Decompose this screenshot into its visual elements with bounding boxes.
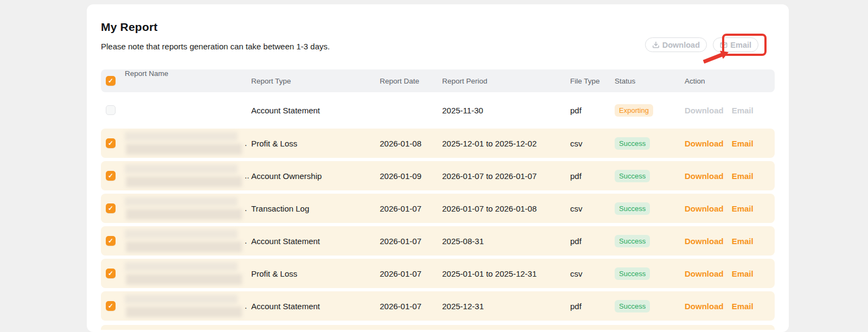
redacted-report-name <box>126 144 242 155</box>
table-row: ✓.Profit & Loss2026-01-082025-12-01 to 2… <box>101 129 775 158</box>
download-button[interactable]: Download <box>645 37 707 52</box>
download-link[interactable]: Download <box>685 139 724 148</box>
report-period-cell: 2025-12-01 to 2025-12-02 <box>442 139 570 148</box>
status-badge: Success <box>615 137 650 150</box>
action-cell: DownloadEmail <box>685 237 775 246</box>
report-name-cell: . <box>125 226 251 256</box>
report-type-cell: Account Ownership <box>251 171 380 181</box>
checkbox-cell: ✓ <box>101 203 125 213</box>
report-name-cell: . <box>125 194 251 223</box>
report-period-cell: 2025-08-31 <box>442 237 570 246</box>
file-type-cell: pdf <box>570 106 615 115</box>
email-link[interactable]: Email <box>732 237 754 246</box>
report-type-cell: Account Statement <box>251 237 380 246</box>
report-period-cell: 2025-12-31 <box>442 302 570 311</box>
report-date-cell: 2026-01-07 <box>380 237 442 246</box>
email-link[interactable]: Email <box>732 302 754 311</box>
report-type-cell: Profit & Loss <box>251 139 380 148</box>
header-report-name: Report Name <box>125 69 251 92</box>
row-checkbox[interactable]: ✓ <box>106 236 116 246</box>
report-date-cell: 2026-01-07 <box>380 269 442 278</box>
action-cell: DownloadEmail <box>685 269 775 278</box>
report-name-ellipsis: . <box>245 301 247 310</box>
email-icon <box>720 41 727 49</box>
table-header-row: ✓ Report Name Report Type Report Date Re… <box>101 69 775 92</box>
redacted-report-name <box>126 176 242 187</box>
report-type-cell: Account Statement <box>251 302 380 311</box>
checkbox-cell: ✓ <box>101 138 125 148</box>
action-cell: DownloadEmail <box>685 204 775 213</box>
row-checkbox[interactable]: ✓ <box>106 171 116 181</box>
file-type-cell: pdf <box>570 302 615 311</box>
row-checkbox[interactable]: ✓ <box>106 301 116 311</box>
header-status: Status <box>615 77 685 85</box>
file-type-cell: csv <box>570 139 615 148</box>
status-cell: Success <box>615 170 685 182</box>
redacted-report-name <box>126 307 242 317</box>
checkbox-cell: ✓ <box>101 236 125 246</box>
email-button[interactable]: Email <box>713 37 758 52</box>
email-link: Email <box>732 106 754 115</box>
status-badge: Exporting <box>615 104 653 117</box>
header-action: Action <box>685 77 775 85</box>
email-button-label: Email <box>730 41 751 49</box>
status-cell: Success <box>615 137 685 150</box>
redacted-report-name <box>125 295 238 304</box>
report-type-cell: Account Statement <box>251 106 380 115</box>
redacted-report-name <box>125 229 238 239</box>
redacted-report-name <box>126 241 242 252</box>
report-name-cell: . <box>125 291 251 321</box>
select-all-checkbox[interactable]: ✓ <box>106 76 116 86</box>
row-checkbox[interactable] <box>106 105 116 115</box>
row-checkbox[interactable]: ✓ <box>106 269 116 278</box>
report-name-ellipsis: . <box>245 138 247 148</box>
checkbox-cell: ✓ <box>101 301 125 311</box>
table-row: Account Statement2025-11-30pdfExportingD… <box>101 92 775 128</box>
download-link[interactable]: Download <box>685 237 724 246</box>
download-icon <box>652 41 660 49</box>
reports-table: ✓ Report Name Report Type Report Date Re… <box>101 69 775 330</box>
report-date-cell: 2026-01-07 <box>380 302 442 311</box>
email-link[interactable]: Email <box>732 171 754 181</box>
report-name-ellipsis: .. <box>245 171 249 180</box>
report-period-cell: 2026-01-07 to 2026-01-07 <box>442 171 570 181</box>
table-row: ✓Profit & Loss2026-01-072025-01-01 to 20… <box>101 259 775 288</box>
checkbox-cell <box>101 105 125 115</box>
download-button-label: Download <box>662 41 700 49</box>
my-report-card: My Report Please note that reports gener… <box>87 4 789 332</box>
redacted-report-name <box>125 132 238 141</box>
report-name-ellipsis: . <box>245 203 247 213</box>
row-checkbox[interactable]: ✓ <box>106 203 116 213</box>
status-cell: Success <box>615 267 685 280</box>
checkbox-cell: ✓ <box>101 171 125 181</box>
header-report-date: Report Date <box>380 77 442 85</box>
report-period-cell: 2025-01-01 to 2025-12-31 <box>442 269 570 278</box>
status-cell: Success <box>615 202 685 215</box>
email-link[interactable]: Email <box>732 139 754 148</box>
action-cell: DownloadEmail <box>685 171 775 181</box>
download-link[interactable]: Download <box>685 269 724 278</box>
header-file-type: File Type <box>570 77 615 85</box>
report-date-cell: 2026-01-08 <box>380 139 442 148</box>
report-name-cell: . <box>125 129 251 158</box>
redacted-report-name <box>125 164 238 174</box>
report-type-cell: Transaction Log <box>251 204 380 213</box>
download-link[interactable]: Download <box>685 302 724 311</box>
header-report-period: Report Period <box>442 77 570 85</box>
download-link[interactable]: Download <box>685 204 724 213</box>
report-date-cell: 2026-01-09 <box>380 171 442 181</box>
status-cell: Success <box>615 235 685 247</box>
row-checkbox[interactable]: ✓ <box>106 138 116 148</box>
redacted-report-name <box>126 209 242 220</box>
redacted-report-name <box>126 274 242 285</box>
report-period-cell: 2026-01-07 to 2026-01-08 <box>442 204 570 213</box>
report-name-cell <box>125 92 251 128</box>
status-badge: Success <box>615 267 650 280</box>
report-date-cell: 2026-01-07 <box>380 204 442 213</box>
email-link[interactable]: Email <box>732 204 754 213</box>
report-name-cell: .. <box>125 161 251 190</box>
action-cell: DownloadEmail <box>685 106 775 115</box>
email-link[interactable]: Email <box>732 269 754 278</box>
download-link[interactable]: Download <box>685 171 724 181</box>
status-cell: Exporting <box>615 104 685 117</box>
